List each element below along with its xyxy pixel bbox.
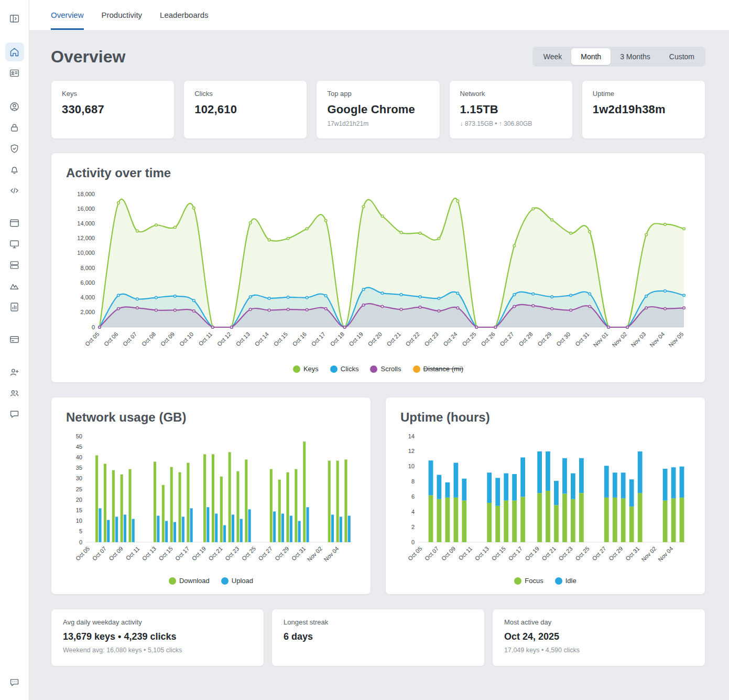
range-option-custom[interactable]: Custom — [660, 48, 704, 65]
svg-text:14,000: 14,000 — [77, 220, 95, 227]
svg-text:Oct 17: Oct 17 — [174, 545, 190, 562]
bell-icon — [9, 164, 20, 175]
sidebar-item-displays[interactable] — [5, 234, 24, 253]
summary-label: Most active day — [504, 618, 693, 626]
svg-text:50: 50 — [76, 433, 82, 439]
svg-text:2,000: 2,000 — [80, 309, 95, 315]
user-circle-icon — [9, 101, 20, 112]
credit-card-icon — [9, 334, 20, 345]
summary-sub: Weekend avg: 16,080 keys • 5,105 clicks — [63, 647, 252, 654]
sidebar-item-invite[interactable] — [5, 362, 24, 381]
monitor-icon — [9, 239, 20, 250]
stat-label: Top app — [327, 90, 429, 98]
svg-text:Oct 25: Oct 25 — [461, 331, 477, 347]
svg-text:Oct 31: Oct 31 — [290, 545, 307, 562]
legend-item-clicks[interactable]: Clicks — [330, 365, 359, 373]
server-icon — [9, 260, 20, 271]
svg-text:Oct 15: Oct 15 — [157, 545, 173, 562]
svg-text:15: 15 — [76, 507, 82, 513]
activity-chart-legend: KeysClicksScrollsDistance (mi) — [66, 365, 690, 373]
svg-text:0: 0 — [79, 539, 82, 545]
range-option-week[interactable]: Week — [534, 48, 572, 65]
sidebar-item-servers[interactable] — [5, 255, 24, 274]
svg-text:Oct 13: Oct 13 — [235, 331, 251, 347]
legend-item-upload[interactable]: Upload — [221, 577, 253, 585]
stat-card-keys: Keys 330,687 — [51, 80, 175, 139]
sidebar-item-security[interactable] — [5, 139, 24, 158]
svg-text:Oct 29: Oct 29 — [274, 545, 290, 562]
tab-overview[interactable]: Overview — [51, 0, 84, 30]
sidebar-item-milestones[interactable] — [5, 276, 24, 295]
sidebar-item-notifications[interactable] — [5, 160, 24, 179]
svg-text:Oct 05: Oct 05 — [74, 545, 91, 562]
network-chart-legend: DownloadUpload — [66, 577, 356, 585]
legend-dot — [555, 577, 562, 585]
legend-item-scrolls[interactable]: Scrolls — [370, 365, 401, 373]
sidebar-item-chat[interactable] — [5, 404, 24, 423]
svg-text:Nov 05: Nov 05 — [667, 331, 684, 348]
sidebar-item-feedback[interactable] — [5, 673, 24, 692]
network-chart: 05101520253035404550Oct 05Oct 07Oct 09Oc… — [66, 431, 356, 574]
legend-item-keys[interactable]: Keys — [293, 365, 319, 373]
svg-text:Oct 31: Oct 31 — [574, 331, 590, 347]
summary-sub: 17,049 keys • 4,590 clicks — [504, 647, 693, 654]
legend-item-idle[interactable]: Idle — [555, 577, 576, 585]
legend-item-focus[interactable]: Focus — [514, 577, 543, 585]
sidebar-item-home[interactable] — [5, 42, 24, 61]
svg-text:Oct 26: Oct 26 — [480, 331, 496, 347]
svg-text:0: 0 — [92, 324, 95, 330]
svg-text:Nov 01: Nov 01 — [592, 331, 609, 348]
range-selector: Week Month 3 Months Custom — [532, 47, 705, 67]
tab-leaderboards[interactable]: Leaderboards — [160, 0, 209, 30]
legend-dot — [293, 365, 300, 373]
svg-text:2: 2 — [411, 524, 415, 530]
stat-cards-row: Keys 330,687 Clicks 102,610 Top app Goog… — [51, 80, 705, 139]
sidebar-item-teams[interactable] — [5, 383, 24, 402]
network-chart-card: Network usage (GB) 05101520253035404550O… — [51, 397, 371, 595]
lock-icon — [9, 122, 20, 133]
legend-dot — [221, 577, 229, 585]
activity-chart-svg: 02,0004,0006,0008,00010,00012,00014,0001… — [66, 187, 691, 360]
sidebar-toggle-button[interactable] — [5, 9, 24, 28]
svg-text:Oct 21: Oct 21 — [541, 545, 557, 562]
sidebar-item-developer[interactable] — [5, 181, 24, 200]
stat-label: Keys — [62, 90, 164, 98]
svg-text:5: 5 — [79, 528, 82, 534]
svg-text:Oct 29: Oct 29 — [607, 545, 624, 562]
svg-text:45: 45 — [76, 444, 82, 450]
sidebar-item-applications[interactable] — [5, 213, 24, 232]
svg-text:12,000: 12,000 — [77, 235, 95, 241]
summary-value: 13,679 keys • 4,239 clicks — [63, 631, 252, 642]
svg-text:Oct 11: Oct 11 — [457, 545, 473, 562]
range-option-month[interactable]: Month — [571, 48, 611, 65]
stat-label: Uptime — [593, 90, 694, 98]
sidebar-item-reports[interactable] — [5, 297, 24, 316]
range-option-3-months[interactable]: 3 Months — [611, 48, 660, 65]
uptime-chart-svg: 02468101214Oct 05Oct 07Oct 09Oct 11Oct 1… — [400, 431, 690, 572]
svg-text:6: 6 — [411, 493, 415, 500]
sidebar-item-badge[interactable] — [5, 63, 24, 82]
svg-text:Oct 20: Oct 20 — [367, 331, 383, 347]
sidebar-item-billing[interactable] — [5, 330, 24, 349]
svg-text:Oct 21: Oct 21 — [386, 331, 402, 347]
svg-text:10: 10 — [408, 463, 415, 469]
sidebar-item-privacy[interactable] — [5, 118, 24, 137]
svg-text:18,000: 18,000 — [77, 191, 95, 197]
summary-label: Avg daily weekday activity — [63, 618, 252, 626]
page-title: Overview — [51, 47, 125, 67]
legend-item-distance-mi[interactable]: Distance (mi) — [413, 365, 464, 373]
svg-text:Oct 25: Oct 25 — [241, 545, 257, 562]
sidebar-item-account[interactable] — [5, 97, 24, 116]
summary-card-avg-activity: Avg daily weekday activity 13,679 keys •… — [51, 609, 264, 666]
stat-card-network: Network 1.15TB ↓ 873.15GB • ↑ 306.80GB — [449, 80, 573, 139]
id-card-icon — [9, 68, 20, 79]
stat-sub: ↓ 873.15GB • ↑ 306.80GB — [460, 120, 562, 127]
tab-productivity[interactable]: Productivity — [102, 0, 143, 30]
svg-text:16,000: 16,000 — [77, 206, 95, 212]
legend-dot — [330, 365, 338, 373]
uptime-chart-card: Uptime (hours) 02468101214Oct 05Oct 07Oc… — [385, 397, 705, 595]
sidebar-toggle-icon — [9, 13, 20, 24]
svg-text:Oct 28: Oct 28 — [517, 331, 534, 347]
legend-item-download[interactable]: Download — [169, 577, 210, 585]
summary-card-most-active-day: Most active day Oct 24, 2025 17,049 keys… — [492, 609, 705, 666]
